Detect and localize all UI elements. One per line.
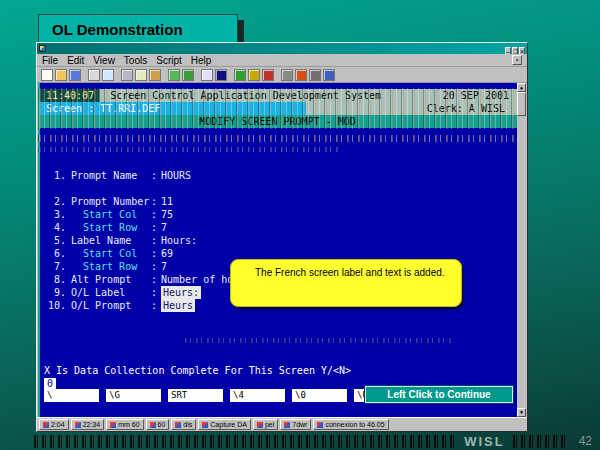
menu-help[interactable]: Help: [191, 55, 212, 66]
window-titlebar[interactable]: –□×: [37, 43, 527, 54]
taskbar-button-label: 2:04: [51, 421, 65, 428]
stop-icon[interactable]: [262, 69, 274, 81]
mode-title: MODIFY SCREEN PROMPT - MOD: [199, 116, 356, 127]
field-value[interactable]: Heurs:: [161, 286, 201, 299]
menu-edit[interactable]: Edit: [67, 55, 84, 66]
paste-icon[interactable]: [149, 69, 161, 81]
fkey-box[interactable]: \: [44, 389, 99, 402]
taskbar-button-label: connexion to 46.05: [325, 421, 384, 428]
new-doc-icon[interactable]: [41, 69, 53, 81]
taskbar-button[interactable]: 7dwr: [280, 419, 311, 430]
field-value[interactable]: 75: [161, 208, 173, 221]
redo-icon[interactable]: [182, 69, 194, 81]
text-cursor[interactable]: 0: [44, 378, 56, 389]
taskbar-button[interactable]: 22:34: [71, 419, 105, 430]
run-script-icon[interactable]: [234, 69, 246, 81]
toolbar-separator: [196, 69, 199, 81]
field-row: 7.Start Row:7: [44, 260, 233, 273]
field-row: 8.Alt Prompt:Number of ho: [44, 273, 233, 286]
preview-icon[interactable]: [102, 69, 114, 81]
scroll-down-icon[interactable]: ▼: [517, 408, 526, 417]
field-value[interactable]: Heurs: [161, 299, 195, 312]
copy-icon[interactable]: [135, 69, 147, 81]
field-value[interactable]: 7: [161, 260, 167, 273]
field-value[interactable]: Number of ho: [161, 273, 233, 286]
app-icon: [39, 45, 46, 52]
clock-readout: 11:40:07: [38, 89, 100, 102]
static-noise: [184, 338, 452, 343]
fkey-box[interactable]: \G: [106, 389, 161, 402]
app-window: –□× FileEditViewToolsScriptHelp▪ 11:40:0…: [36, 42, 528, 432]
terminal-icon[interactable]: [215, 69, 227, 81]
fkey-box[interactable]: \4: [230, 389, 285, 402]
help-icon[interactable]: [323, 69, 335, 81]
field-separator: :: [151, 195, 159, 208]
field-value[interactable]: HOURS: [161, 169, 191, 182]
field-label: Start Row: [71, 260, 151, 273]
field-label: O/L Prompt: [71, 299, 151, 312]
field-value[interactable]: 69: [161, 247, 173, 260]
find-icon[interactable]: [201, 69, 213, 81]
taskbar-button[interactable]: dis: [171, 419, 196, 430]
field-number: 5.: [44, 234, 66, 247]
taskbar-button-label: mm 60: [118, 421, 139, 428]
settings-icon[interactable]: [309, 69, 321, 81]
scrollbar-thumb[interactable]: [517, 92, 526, 116]
keyboard-icon[interactable]: [281, 69, 293, 81]
field-label: Label Name: [71, 234, 151, 247]
taskbar-button[interactable]: Capture DA: [198, 419, 251, 430]
save-icon[interactable]: [69, 69, 81, 81]
field-separator: :: [151, 273, 159, 286]
field-number: 2.: [44, 195, 66, 208]
app-icon: [150, 422, 156, 428]
field-value[interactable]: 7: [161, 221, 167, 234]
menu-script[interactable]: Script: [156, 55, 182, 66]
app-title-text: Screen Control Application Development S…: [110, 90, 443, 101]
taskbar-button[interactable]: 60: [146, 419, 170, 430]
screen-id-label: Screen : TT.RRI.DEF: [38, 102, 306, 115]
field-row: 9.O/L Label:Heurs:: [44, 286, 233, 299]
prompt-field-list: 1.Prompt Name:HOURS2.Prompt Number:113.S…: [44, 169, 233, 312]
field-number: 3.: [44, 208, 66, 221]
toolbar-separator: [163, 69, 166, 81]
vertical-scrollbar[interactable]: ▲ ▼: [517, 83, 526, 417]
menu-view[interactable]: View: [93, 55, 115, 66]
open-folder-icon[interactable]: [55, 69, 67, 81]
fkey-box[interactable]: SRT: [168, 389, 223, 402]
field-number: 7.: [44, 260, 66, 273]
continue-button-label: Left Click to Continue: [387, 389, 490, 400]
undo-icon[interactable]: [168, 69, 180, 81]
page-number: 42: [579, 434, 592, 448]
taskbar-button[interactable]: 2:04: [39, 419, 69, 430]
scroll-up-icon[interactable]: ▲: [517, 83, 526, 92]
taskbar-button[interactable]: mm 60: [106, 419, 143, 430]
app-icon: [75, 422, 81, 428]
static-noise: [38, 147, 341, 152]
app-icon: [43, 422, 49, 428]
field-label: Start Col: [71, 247, 151, 260]
field-separator: :: [151, 299, 159, 312]
menu-file[interactable]: File: [42, 55, 58, 66]
cut-icon[interactable]: [121, 69, 133, 81]
field-value[interactable]: 11: [161, 195, 173, 208]
annotation-text: The French screen label and text is adde…: [255, 267, 445, 278]
continue-button[interactable]: Left Click to Continue: [365, 386, 513, 403]
taskbar-button[interactable]: pel: [253, 419, 278, 430]
pause-icon[interactable]: [248, 69, 260, 81]
field-row: 3.Start Col:75: [44, 208, 233, 221]
mdi-restore-icon[interactable]: ▪: [512, 55, 522, 65]
menu-tools[interactable]: Tools: [124, 55, 147, 66]
taskbar-button-label: 7dwr: [292, 421, 307, 428]
field-label: Alt Prompt: [71, 273, 151, 286]
taskbar-button-label: 22:34: [83, 421, 101, 428]
date-readout: 20 SEP 2001: [443, 90, 517, 101]
toolbar-separator: [116, 69, 119, 81]
field-number: 10.: [44, 299, 66, 312]
fkey-box[interactable]: \0: [292, 389, 347, 402]
field-value[interactable]: Hours:: [161, 234, 197, 247]
field-row: 2.Prompt Number:11: [44, 195, 233, 208]
taskbar-button[interactable]: connexion to 46.05: [313, 419, 388, 430]
terminal-screen[interactable]: 11:40:07 Screen Control Application Deve…: [38, 83, 526, 417]
print-icon[interactable]: [88, 69, 100, 81]
dial-icon[interactable]: [295, 69, 307, 81]
